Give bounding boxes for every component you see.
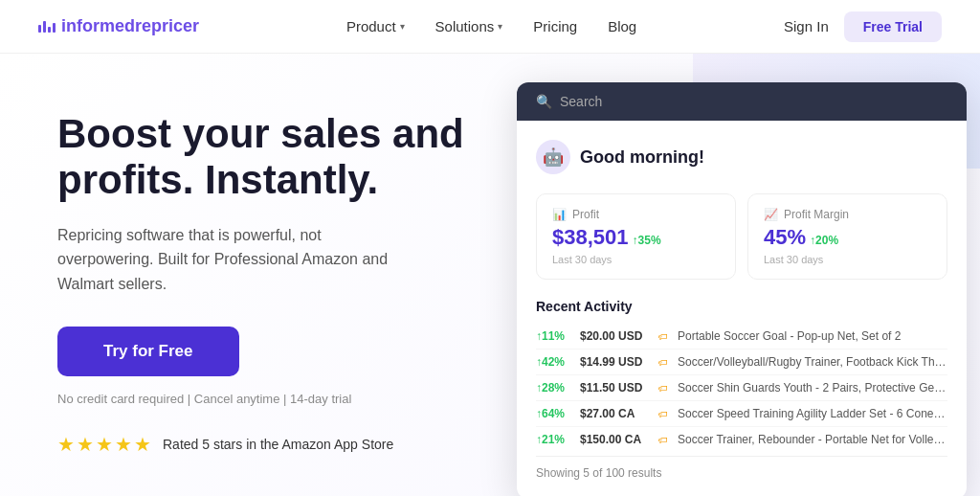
bot-emoji: 🤖 bbox=[543, 147, 564, 168]
nav-link-product[interactable]: Product ▾ bbox=[346, 18, 405, 34]
search-placeholder: Search bbox=[560, 94, 602, 109]
metric-card-profit: 📊 Profit $38,501↑35% Last 30 days bbox=[536, 193, 736, 280]
widget-greeting: 🤖 Good morning! bbox=[536, 140, 947, 174]
logo-bar-2 bbox=[43, 21, 46, 33]
tag-icon: 🏷 bbox=[658, 357, 668, 368]
activity-price: $20.00 USD bbox=[580, 329, 649, 343]
greeting-text: Good morning! bbox=[580, 147, 704, 168]
table-row: ↑42% $14.99 USD 🏷 Soccer/Volleyball/Rugb… bbox=[536, 349, 947, 375]
activity-change: ↑11% bbox=[536, 329, 570, 343]
navbar: informedrepricer Product ▾ Solutions ▾ P… bbox=[0, 0, 980, 54]
widget-body: 🤖 Good morning! 📊 Profit $38,501↑35% bbox=[517, 121, 967, 496]
try-for-free-button[interactable]: Try for Free bbox=[57, 327, 239, 376]
logo-bar-1 bbox=[38, 25, 41, 33]
hero-subtext: Repricing software that is powerful, not… bbox=[57, 223, 421, 297]
logo-text-accent: repricer bbox=[135, 16, 199, 35]
margin-icon: 📈 bbox=[764, 208, 778, 221]
activity-change: ↑42% bbox=[536, 355, 570, 369]
table-row: ↑28% $11.50 USD 🏷 Soccer Shin Guards You… bbox=[536, 375, 947, 401]
activity-change: ↑21% bbox=[536, 433, 570, 446]
chevron-down-icon: ▾ bbox=[400, 21, 405, 32]
search-icon: 🔍 bbox=[536, 94, 552, 109]
hero-right: 🔍 Search 🤖 Good morning! 📊 Profi bbox=[517, 92, 967, 496]
metric-margin-badge: ↑20% bbox=[810, 234, 838, 247]
free-trial-button[interactable]: Free Trial bbox=[844, 11, 942, 42]
metric-margin-label: 📈 Profit Margin bbox=[764, 208, 931, 221]
activity-price: $150.00 CA bbox=[580, 433, 649, 446]
tag-icon: 🏷 bbox=[658, 331, 668, 342]
nav-links: Product ▾ Solutions ▾ Pricing Blog bbox=[346, 18, 636, 34]
hero-left: Boost your sales and profits. Instantly.… bbox=[57, 92, 517, 456]
nav-link-blog[interactable]: Blog bbox=[608, 18, 636, 34]
dashboard-widget: 🔍 Search 🤖 Good morning! 📊 Profi bbox=[517, 82, 967, 496]
recent-activity-label: Recent Activity bbox=[536, 299, 947, 314]
activity-name: Soccer Speed Training Agility Ladder Set… bbox=[678, 407, 947, 420]
hero-section: Boost your sales and profits. Instantly.… bbox=[0, 54, 980, 496]
nav-link-pricing-label: Pricing bbox=[533, 18, 577, 34]
tag-icon: 🏷 bbox=[658, 409, 668, 419]
metric-profit-value: $38,501↑35% bbox=[552, 225, 720, 250]
widget-footer: Showing 5 of 100 results bbox=[536, 456, 947, 480]
table-row: ↑11% $20.00 USD 🏷 Portable Soccer Goal -… bbox=[536, 324, 947, 349]
star-icons: ★★★★★ bbox=[57, 433, 153, 456]
widget-search-bar[interactable]: 🔍 Search bbox=[517, 82, 967, 121]
stars-label: Rated 5 stars in the Amazon App Store bbox=[163, 437, 393, 452]
activity-price: $11.50 USD bbox=[580, 381, 649, 395]
bar-chart-icon: 📊 bbox=[552, 208, 567, 221]
tag-icon: 🏷 bbox=[658, 383, 668, 394]
logo[interactable]: informedrepricer bbox=[38, 16, 199, 36]
metric-profit-badge: ↑35% bbox=[633, 234, 661, 247]
signin-button[interactable]: Sign In bbox=[784, 18, 829, 34]
metric-profit-period: Last 30 days bbox=[552, 254, 720, 265]
activity-name: Soccer Shin Guards Youth - 2 Pairs, Prot… bbox=[678, 381, 947, 395]
metric-profit-label: 📊 Profit bbox=[552, 208, 720, 221]
activity-change: ↑64% bbox=[536, 407, 570, 420]
chevron-down-icon: ▾ bbox=[498, 21, 502, 32]
nav-link-blog-label: Blog bbox=[608, 18, 636, 34]
logo-text: informedrepricer bbox=[61, 16, 199, 36]
nav-link-solutions[interactable]: Solutions ▾ bbox=[435, 18, 503, 34]
hero-note: No credit card required | Cancel anytime… bbox=[57, 392, 517, 406]
nav-link-solutions-label: Solutions bbox=[435, 18, 495, 34]
logo-text-main: informed bbox=[61, 16, 135, 35]
metric-margin-value: 45%↑20% bbox=[764, 225, 931, 250]
nav-actions: Sign In Free Trial bbox=[784, 11, 942, 42]
metrics-row: 📊 Profit $38,501↑35% Last 30 days 📈 Prof… bbox=[536, 193, 947, 280]
metric-margin-period: Last 30 days bbox=[764, 254, 931, 265]
activity-name: Soccer Trainer, Rebounder - Portable Net… bbox=[678, 433, 947, 446]
logo-bar-4 bbox=[53, 23, 56, 33]
hero-headline: Boost your sales and profits. Instantly. bbox=[57, 111, 517, 204]
activity-price: $27.00 CA bbox=[580, 407, 649, 420]
activity-price: $14.99 USD bbox=[580, 355, 649, 369]
activity-name: Soccer/Volleyball/Rugby Trainer, Footbac… bbox=[678, 355, 947, 369]
stars-row: ★★★★★ Rated 5 stars in the Amazon App St… bbox=[57, 433, 517, 456]
metric-card-margin: 📈 Profit Margin 45%↑20% Last 30 days bbox=[747, 193, 947, 280]
tag-icon: 🏷 bbox=[658, 435, 668, 445]
activity-change: ↑28% bbox=[536, 381, 570, 395]
activity-table: ↑11% $20.00 USD 🏷 Portable Soccer Goal -… bbox=[536, 324, 947, 452]
nav-link-product-label: Product bbox=[346, 18, 396, 34]
table-row: ↑21% $150.00 CA 🏷 Soccer Trainer, Reboun… bbox=[536, 427, 947, 452]
activity-name: Portable Soccer Goal - Pop-up Net, Set o… bbox=[678, 329, 947, 343]
bot-avatar: 🤖 bbox=[536, 140, 570, 174]
logo-icon bbox=[38, 21, 56, 33]
nav-link-pricing[interactable]: Pricing bbox=[533, 18, 577, 34]
table-row: ↑64% $27.00 CA 🏷 Soccer Speed Training A… bbox=[536, 401, 947, 427]
logo-bar-3 bbox=[48, 27, 51, 33]
